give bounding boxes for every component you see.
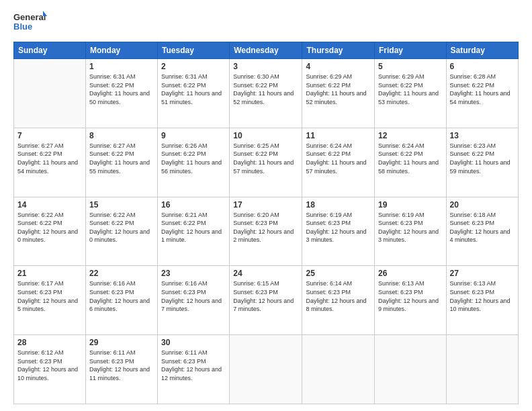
day-number: 7 [17,131,82,140]
day-number: 24 [233,269,298,278]
day-number: 14 [17,200,82,210]
day-number: 22 [89,269,154,278]
day-info: Sunrise: 6:17 AMSunset: 6:23 PMDaylight:… [17,279,82,313]
day-number: 30 [161,338,226,347]
day-number: 26 [378,269,443,278]
page: General Blue SundayMondayTuesdayWednesda… [0,0,532,411]
calendar-cell: 12 Sunrise: 6:24 AMSunset: 6:22 PMDaylig… [375,128,447,197]
calendar-cell: 20 Sunrise: 6:18 AMSunset: 6:23 PMDaylig… [446,197,518,266]
weekday-header-saturday: Saturday [446,42,518,59]
calendar-cell: 30 Sunrise: 6:11 AMSunset: 6:23 PMDaylig… [158,335,230,404]
calendar-cell: 21 Sunrise: 6:17 AMSunset: 6:23 PMDaylig… [14,266,86,335]
weekday-header-tuesday: Tuesday [158,42,230,59]
calendar-cell: 25 Sunrise: 6:14 AMSunset: 6:23 PMDaylig… [302,266,375,335]
calendar-cell [230,335,302,404]
day-number: 13 [450,131,515,140]
day-info: Sunrise: 6:24 AMSunset: 6:22 PMDaylight:… [378,142,443,175]
day-info: Sunrise: 6:23 AMSunset: 6:22 PMDaylight:… [450,142,515,175]
calendar-cell: 26 Sunrise: 6:13 AMSunset: 6:23 PMDaylig… [375,266,447,335]
day-info: Sunrise: 6:14 AMSunset: 6:23 PMDaylight:… [306,279,371,313]
day-number: 20 [450,200,515,210]
day-info: Sunrise: 6:13 AMSunset: 6:23 PMDaylight:… [450,279,515,313]
day-number: 23 [161,269,226,278]
calendar-cell [375,335,447,404]
calendar-cell: 4 Sunrise: 6:29 AMSunset: 6:22 PMDayligh… [302,59,375,128]
day-info: Sunrise: 6:19 AMSunset: 6:23 PMDaylight:… [378,211,443,244]
day-info: Sunrise: 6:22 AMSunset: 6:22 PMDaylight:… [17,211,82,244]
day-number: 18 [306,200,371,210]
day-info: Sunrise: 6:28 AMSunset: 6:22 PMDaylight:… [450,73,515,106]
day-info: Sunrise: 6:31 AMSunset: 6:22 PMDaylight:… [161,73,226,106]
day-number: 3 [233,62,298,71]
day-info: Sunrise: 6:27 AMSunset: 6:22 PMDaylight:… [17,142,82,175]
day-number: 19 [378,200,443,210]
calendar-cell: 8 Sunrise: 6:27 AMSunset: 6:22 PMDayligh… [85,128,157,197]
day-number: 29 [89,338,154,347]
svg-text:General: General [13,12,46,22]
day-number: 1 [89,62,154,71]
calendar-cell: 11 Sunrise: 6:24 AMSunset: 6:22 PMDaylig… [302,128,375,197]
day-number: 2 [161,62,226,71]
day-number: 5 [378,62,443,71]
day-number: 10 [233,131,298,140]
calendar-cell: 17 Sunrise: 6:20 AMSunset: 6:23 PMDaylig… [230,197,302,266]
day-number: 15 [89,200,154,210]
calendar-cell: 23 Sunrise: 6:16 AMSunset: 6:23 PMDaylig… [158,266,230,335]
day-info: Sunrise: 6:12 AMSunset: 6:23 PMDaylight:… [17,349,82,382]
calendar-cell [302,335,375,404]
weekday-header-friday: Friday [375,42,447,59]
calendar-cell: 22 Sunrise: 6:16 AMSunset: 6:23 PMDaylig… [85,266,157,335]
day-info: Sunrise: 6:15 AMSunset: 6:23 PMDaylight:… [233,279,298,313]
day-info: Sunrise: 6:13 AMSunset: 6:23 PMDaylight:… [378,279,443,313]
day-number: 9 [161,131,226,140]
day-info: Sunrise: 6:11 AMSunset: 6:23 PMDaylight:… [161,349,226,382]
svg-text:Blue: Blue [13,21,32,32]
day-number: 16 [161,200,226,210]
week-row-1: 1 Sunrise: 6:31 AMSunset: 6:22 PMDayligh… [14,59,519,128]
day-info: Sunrise: 6:11 AMSunset: 6:23 PMDaylight:… [89,349,154,382]
weekday-header-monday: Monday [85,42,157,59]
calendar-cell [446,335,518,404]
calendar-cell: 24 Sunrise: 6:15 AMSunset: 6:23 PMDaylig… [230,266,302,335]
day-info: Sunrise: 6:21 AMSunset: 6:22 PMDaylight:… [161,211,226,244]
weekday-header-row: SundayMondayTuesdayWednesdayThursdayFrid… [14,42,519,59]
day-info: Sunrise: 6:27 AMSunset: 6:22 PMDaylight:… [89,142,154,175]
calendar-cell: 29 Sunrise: 6:11 AMSunset: 6:23 PMDaylig… [85,335,157,404]
day-info: Sunrise: 6:16 AMSunset: 6:23 PMDaylight:… [161,279,226,313]
header: General Blue [13,11,519,35]
calendar-cell: 3 Sunrise: 6:30 AMSunset: 6:22 PMDayligh… [230,59,302,128]
calendar-cell: 18 Sunrise: 6:19 AMSunset: 6:23 PMDaylig… [302,197,375,266]
weekday-header-wednesday: Wednesday [230,42,302,59]
day-info: Sunrise: 6:16 AMSunset: 6:23 PMDaylight:… [89,279,154,313]
week-row-5: 28 Sunrise: 6:12 AMSunset: 6:23 PMDaylig… [14,335,519,404]
calendar-cell: 16 Sunrise: 6:21 AMSunset: 6:22 PMDaylig… [158,197,230,266]
logo: General Blue [13,11,47,35]
day-info: Sunrise: 6:30 AMSunset: 6:22 PMDaylight:… [233,73,298,106]
day-number: 12 [378,131,443,140]
day-number: 25 [306,269,371,278]
calendar-cell: 14 Sunrise: 6:22 AMSunset: 6:22 PMDaylig… [14,197,86,266]
calendar-cell: 10 Sunrise: 6:25 AMSunset: 6:22 PMDaylig… [230,128,302,197]
calendar-cell: 5 Sunrise: 6:29 AMSunset: 6:22 PMDayligh… [375,59,447,128]
day-info: Sunrise: 6:31 AMSunset: 6:22 PMDaylight:… [89,73,154,106]
calendar-cell: 1 Sunrise: 6:31 AMSunset: 6:22 PMDayligh… [85,59,157,128]
calendar-cell: 15 Sunrise: 6:22 AMSunset: 6:22 PMDaylig… [85,197,157,266]
calendar-cell: 28 Sunrise: 6:12 AMSunset: 6:23 PMDaylig… [14,335,86,404]
calendar: SundayMondayTuesdayWednesdayThursdayFrid… [13,42,519,404]
week-row-2: 7 Sunrise: 6:27 AMSunset: 6:22 PMDayligh… [14,128,519,197]
day-info: Sunrise: 6:18 AMSunset: 6:23 PMDaylight:… [450,211,515,244]
day-info: Sunrise: 6:19 AMSunset: 6:23 PMDaylight:… [306,211,371,244]
calendar-cell: 27 Sunrise: 6:13 AMSunset: 6:23 PMDaylig… [446,266,518,335]
calendar-cell: 7 Sunrise: 6:27 AMSunset: 6:22 PMDayligh… [14,128,86,197]
calendar-cell: 2 Sunrise: 6:31 AMSunset: 6:22 PMDayligh… [158,59,230,128]
logo-svg: General Blue [13,11,47,35]
day-number: 28 [17,338,82,347]
day-info: Sunrise: 6:22 AMSunset: 6:22 PMDaylight:… [89,211,154,244]
calendar-cell: 6 Sunrise: 6:28 AMSunset: 6:22 PMDayligh… [446,59,518,128]
day-info: Sunrise: 6:29 AMSunset: 6:22 PMDaylight:… [378,73,443,106]
day-number: 11 [306,131,371,140]
day-info: Sunrise: 6:26 AMSunset: 6:22 PMDaylight:… [161,142,226,175]
week-row-4: 21 Sunrise: 6:17 AMSunset: 6:23 PMDaylig… [14,266,519,335]
day-number: 21 [17,269,82,278]
weekday-header-thursday: Thursday [302,42,375,59]
